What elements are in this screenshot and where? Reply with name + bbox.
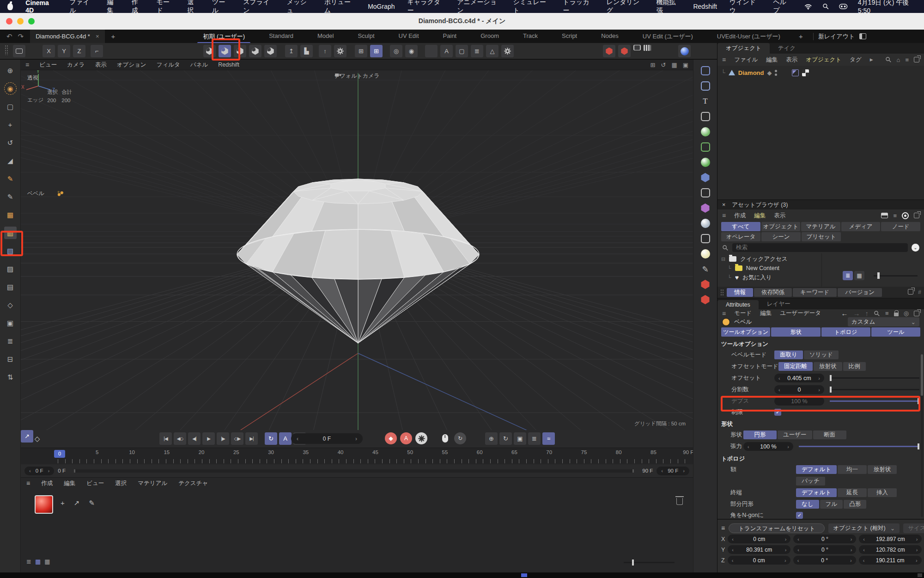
keying-settings-icon[interactable] [415, 432, 427, 444]
asset-filter-button[interactable]: すべて [721, 222, 760, 231]
loop-selection-icon[interactable]: ◎ [390, 45, 402, 57]
isoline-icon[interactable]: ≣ [471, 45, 483, 57]
snap-enable-icon[interactable]: ↑ [319, 45, 331, 57]
primitive-cube-icon[interactable] [701, 81, 710, 91]
rotate-tool-icon[interactable]: ↺ [4, 136, 17, 149]
object-manager-menu-item[interactable]: タグ [850, 56, 862, 64]
panel-menu-icon[interactable]: ≡ [722, 56, 726, 63]
ngon-triangulate-icon[interactable]: A [440, 45, 453, 57]
record-position-icon[interactable]: ⊕ [485, 432, 498, 445]
rotation-field[interactable]: ‹0 °› [793, 535, 856, 543]
asset-tree-item[interactable]: └♥お気に入り [721, 273, 821, 282]
axis-coordinate-icon[interactable]: ⌐ [91, 45, 103, 57]
object-manager-tab[interactable]: テイク [770, 43, 804, 54]
partial-mode-button[interactable]: なし [796, 500, 819, 509]
end-mode-button[interactable]: デフォルト [796, 488, 837, 497]
sync-view-icon[interactable]: ↺ [661, 61, 666, 68]
toolbar-grip[interactable] [5, 45, 8, 55]
subdivision-field[interactable]: ‹0› [774, 385, 824, 394]
new-layout-button[interactable]: 新レイアウト [818, 32, 855, 41]
menu-more-arrow[interactable]: ▶ [870, 57, 873, 62]
panel-menu-icon[interactable]: ≡ [722, 310, 726, 317]
current-frame-field[interactable]: ‹ 0 F › [291, 433, 363, 444]
quantize-grid-icon[interactable]: ⊞ [355, 45, 367, 57]
compact-view-icon[interactable]: ▦ [44, 558, 50, 565]
asset-filter-button[interactable]: ノード [881, 222, 920, 231]
layout-tab[interactable]: Paint [431, 31, 469, 43]
interactive-render-icon[interactable] [678, 45, 691, 57]
asset-filter-button[interactable]: オブジェクト [761, 222, 801, 231]
size-field[interactable]: ‹192.897 cm› [859, 535, 922, 543]
asset-filter-button[interactable]: オペレータ [721, 232, 760, 241]
material-menu-icon[interactable]: ≡ [26, 480, 30, 487]
position-field[interactable]: ‹80.391 cm› [728, 545, 790, 554]
panel-menu-icon[interactable]: ≡ [721, 524, 725, 532]
tension-slider[interactable] [799, 446, 919, 447]
viewport-menu-item[interactable]: パネル [190, 61, 208, 69]
pan-view-icon[interactable]: ⊞ [650, 61, 656, 68]
bevel-tool-icon[interactable] [219, 45, 231, 57]
popout-icon[interactable] [914, 57, 919, 62]
play-icon[interactable]: ▶ [202, 432, 215, 445]
partial-mode-button[interactable]: フル [820, 500, 843, 509]
shape-mode-button[interactable]: 円形 [743, 430, 777, 439]
close-window-button[interactable] [6, 18, 12, 25]
search-options-icon[interactable]: ⌄ [912, 244, 919, 252]
minimize-window-button[interactable] [17, 18, 24, 25]
position-field[interactable]: ‹0 cm› [728, 556, 790, 565]
resize-grip[interactable] [918, 573, 922, 577]
reorder-icon[interactable]: ⇅ [4, 371, 17, 383]
asset-info-tab[interactable]: 依存関係 [754, 288, 792, 297]
asset-info-tab[interactable]: バージョン [838, 288, 882, 297]
playhead[interactable]: 0 [54, 450, 65, 458]
layout-tab[interactable]: 初期 (ユーザー) [191, 31, 257, 43]
loop-icon[interactable]: ↻ [265, 432, 277, 445]
object-row-diamond[interactable]: └ Diamond ◆ [721, 68, 920, 78]
search-icon[interactable] [874, 310, 880, 317]
attribute-tab[interactable]: レイヤー [759, 299, 799, 309]
scale-tool-icon[interactable]: ◢ [4, 154, 17, 167]
range-end-spinner[interactable]: ‹90 F› [657, 467, 689, 475]
menubar-item[interactable]: Redshift [693, 3, 717, 10]
texture-mode-icon[interactable]: ▨ [4, 263, 17, 275]
add-layout-button[interactable]: + [792, 32, 809, 40]
keyframe-diamond-icon[interactable]: ◇ [31, 432, 43, 445]
section-tab[interactable]: ツール [871, 327, 920, 337]
workplane-mode-icon[interactable]: ▤ [4, 281, 17, 293]
thumbnail-size-slider[interactable] [874, 275, 918, 277]
rotation-capture-icon[interactable]: ↻ [454, 432, 466, 444]
mograph-icon[interactable] [701, 127, 710, 136]
limit-checkbox[interactable]: ✓ [774, 409, 781, 416]
extrude-tool-icon[interactable] [249, 45, 261, 57]
offset-mode-button[interactable]: 比例 [843, 362, 866, 371]
tension-field[interactable]: ‹100 %› [743, 442, 793, 451]
go-to-start-icon[interactable]: |◀ [159, 432, 172, 445]
content-drawer-icon[interactable]: ⊟ [4, 353, 17, 365]
spotlight-search-icon[interactable] [822, 3, 829, 10]
next-key-icon[interactable]: ◇▶ [231, 432, 243, 445]
workplane-icon[interactable]: ▙ [300, 45, 313, 57]
edge-mode-icon[interactable]: ▥ [4, 227, 17, 239]
popout-icon[interactable] [914, 311, 919, 316]
object-manager-menu-item[interactable]: 編集 [766, 56, 778, 64]
edit-material-icon[interactable]: ✎ [89, 499, 95, 507]
normals-icon[interactable]: △ [486, 45, 498, 57]
attribute-tab[interactable]: Attributes [717, 300, 759, 309]
viewport-menu-item[interactable]: ビュー [39, 61, 57, 69]
phong-tag-icon[interactable] [792, 69, 799, 76]
material-zoom-slider[interactable] [624, 562, 675, 563]
volume-icon[interactable] [701, 173, 710, 182]
freeze-icon[interactable]: ◎ [904, 310, 909, 317]
object-manager-menu-item[interactable]: オブジェクト [806, 56, 841, 64]
menubar-clock[interactable]: 4月19日 (火) 午後5:50 [858, 0, 917, 14]
size-field[interactable]: ‹120.782 cm› [859, 545, 922, 554]
filter-icon[interactable]: ≡ [893, 212, 897, 219]
record-target-icon[interactable] [902, 212, 909, 219]
single-view-icon[interactable]: ▣ [683, 61, 688, 68]
hash-icon[interactable]: # [918, 289, 921, 295]
go-to-end-icon[interactable]: ▶| [245, 432, 258, 445]
section-title[interactable]: 形状 [717, 418, 924, 429]
rectangle-selection-icon[interactable]: ▢ [4, 100, 17, 113]
asset-info-tab[interactable]: キーワード [793, 288, 837, 297]
bevel-mode-button[interactable]: 面取り [774, 350, 803, 359]
